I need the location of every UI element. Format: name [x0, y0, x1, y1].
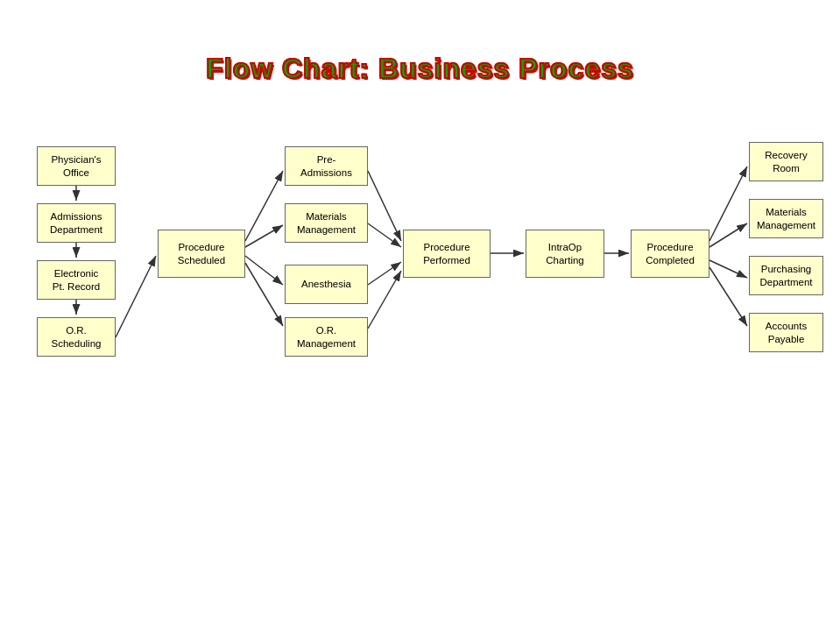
- svg-line-11: [368, 223, 401, 247]
- svg-line-18: [709, 260, 747, 278]
- flowchart: Physician's Office Admissions Department…: [0, 94, 840, 584]
- accounts-payable-box: Accounts Payable: [749, 313, 823, 352]
- svg-line-16: [709, 166, 747, 241]
- svg-line-8: [245, 256, 283, 285]
- or-scheduling-box: O.R. Scheduling: [37, 317, 116, 357]
- admissions-dept-box: Admissions Department: [37, 203, 116, 243]
- procedure-performed-box: Procedure Performed: [403, 230, 491, 278]
- svg-line-7: [245, 225, 283, 247]
- intraop-charting-box: IntraOp Charting: [526, 230, 604, 278]
- materials-mgmt-2-box: Materials Management: [749, 199, 823, 238]
- materials-mgmt-1-box: Materials Management: [285, 203, 368, 243]
- svg-line-12: [368, 262, 401, 285]
- arrows-svg: [0, 94, 840, 584]
- recovery-room-box: Recovery Room: [749, 142, 823, 181]
- electronic-record-box: Electronic Pt. Record: [37, 260, 116, 300]
- pre-admissions-box: Pre- Admissions: [285, 146, 368, 186]
- svg-line-10: [368, 171, 401, 241]
- svg-line-6: [245, 171, 283, 241]
- svg-line-17: [709, 223, 747, 247]
- procedure-completed-box: Procedure Completed: [631, 230, 709, 278]
- anesthesia-box: Anesthesia: [285, 265, 368, 304]
- or-management-box: O.R. Management: [285, 317, 368, 357]
- svg-line-5: [116, 256, 156, 337]
- purchasing-dept-box: Purchasing Department: [749, 256, 823, 295]
- svg-line-13: [368, 271, 401, 329]
- svg-line-9: [245, 263, 283, 326]
- page-title: Flow Chart: Business Process: [0, 0, 840, 85]
- svg-line-19: [709, 267, 747, 326]
- physicians-office-box: Physician's Office: [37, 146, 116, 186]
- procedure-scheduled-box: Procedure Scheduled: [158, 230, 245, 278]
